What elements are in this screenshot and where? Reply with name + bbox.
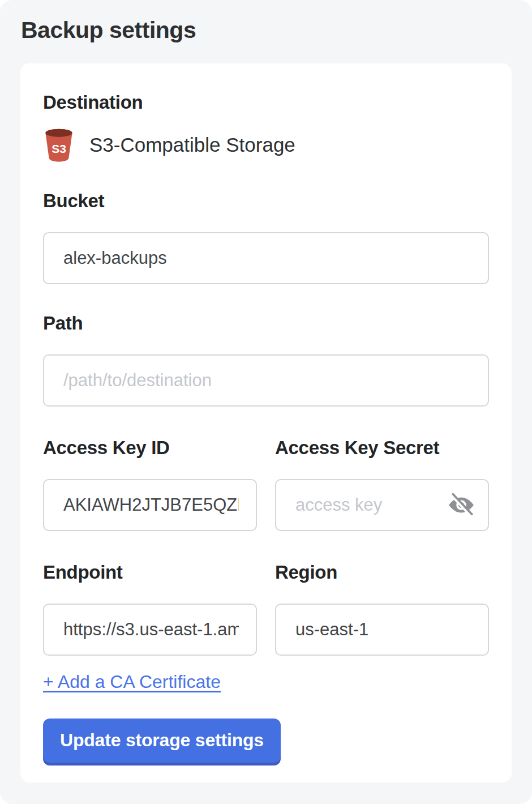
access-key-id-field: Access Key ID: [43, 437, 257, 531]
path-input[interactable]: [43, 354, 489, 407]
region-input[interactable]: [275, 604, 489, 656]
region-field: Region: [275, 562, 489, 656]
backup-settings-card: Destination S3 S3-Compatible Storage Buc…: [20, 63, 512, 782]
add-ca-certificate-link[interactable]: + Add a CA Certificate: [43, 672, 221, 692]
eye-off-icon[interactable]: [447, 491, 475, 519]
endpoint-region-row: Endpoint Region: [43, 562, 489, 656]
bucket-input[interactable]: [43, 232, 489, 284]
endpoint-input[interactable]: [43, 604, 257, 656]
access-keys-row: Access Key ID Access Key Secret: [43, 437, 489, 531]
page-title: Backup settings: [21, 17, 196, 44]
access-key-secret-field: Access Key Secret: [275, 437, 489, 531]
destination-value: S3-Compatible Storage: [89, 134, 295, 156]
endpoint-field: Endpoint: [43, 562, 257, 656]
bucket-label: Bucket: [43, 190, 489, 212]
path-label: Path: [43, 313, 489, 334]
s3-bucket-icon: S3: [43, 128, 75, 162]
access-key-secret-label: Access Key Secret: [275, 437, 489, 459]
region-label: Region: [275, 562, 489, 583]
destination-row: S3 S3-Compatible Storage: [43, 128, 489, 162]
s3-icon-text: S3: [52, 142, 66, 155]
endpoint-label: Endpoint: [43, 562, 257, 583]
destination-label: Destination: [43, 92, 489, 113]
access-key-secret-wrap: [275, 479, 489, 531]
access-key-id-input[interactable]: [43, 479, 257, 531]
backup-settings-panel: Backup settings Destination S3 S3-Compat…: [0, 0, 532, 804]
update-storage-settings-button[interactable]: Update storage settings: [43, 719, 281, 763]
access-key-id-label: Access Key ID: [43, 437, 257, 459]
